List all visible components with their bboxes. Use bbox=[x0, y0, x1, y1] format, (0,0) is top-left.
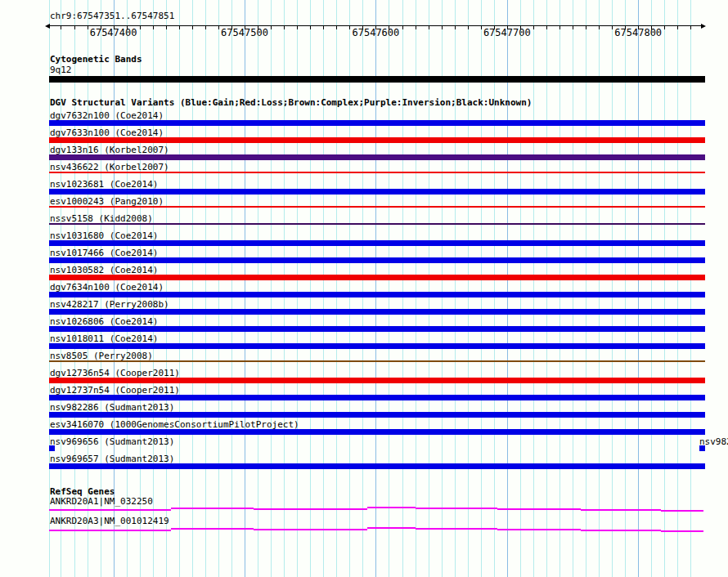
gene-line-segment[interactable] bbox=[171, 508, 254, 509]
ruler-tick bbox=[546, 25, 547, 29]
gridline-minor bbox=[625, 0, 626, 577]
ruler-tick bbox=[74, 25, 75, 29]
ruler-tick-label: 67547400 bbox=[90, 28, 137, 38]
gridline-major bbox=[638, 0, 639, 577]
gridline-minor bbox=[455, 0, 456, 577]
gene-line-segment[interactable] bbox=[49, 509, 171, 511]
gridline-minor bbox=[573, 0, 573, 577]
variant-feature-dgv12737n54[interactable] bbox=[49, 395, 705, 400]
variant-feature-esv3416070[interactable] bbox=[49, 429, 705, 435]
gene-line-segment[interactable] bbox=[367, 507, 416, 508]
gene-line-segment[interactable] bbox=[416, 528, 497, 530]
variant-feature-nsv8505[interactable] bbox=[49, 360, 705, 362]
track-label-nsv969656: nsv969656 (Sudmant2013) bbox=[50, 437, 174, 447]
variant-feature-dgv7633n100[interactable] bbox=[49, 137, 705, 143]
gene-line-segment[interactable] bbox=[661, 510, 703, 512]
gridline-minor bbox=[677, 0, 678, 577]
gridline-minor bbox=[231, 0, 232, 577]
ruler-tick bbox=[586, 25, 586, 29]
variant-feature-nsv982286[interactable] bbox=[49, 412, 705, 418]
ruler-tick-label: 67547500 bbox=[221, 28, 268, 38]
variant-feature-nsv436622[interactable] bbox=[49, 172, 705, 173]
gene-label: ANKRD20A1|NM_032250 bbox=[50, 497, 153, 507]
gridline-minor bbox=[468, 0, 469, 577]
ruler-tick-label: 67547700 bbox=[483, 28, 531, 38]
gridline-minor bbox=[192, 0, 193, 577]
gridline-minor bbox=[297, 0, 298, 577]
gridline-minor bbox=[520, 0, 521, 577]
ruler-arrow-right-icon bbox=[701, 24, 706, 29]
gridline-minor bbox=[284, 0, 285, 577]
dgv-header: DGV Structural Variants (Blue:Gain;Red:L… bbox=[50, 98, 532, 108]
gridline-major bbox=[507, 0, 508, 577]
ruler-tick bbox=[297, 25, 298, 29]
ruler-tick bbox=[612, 25, 613, 29]
ruler-tick bbox=[192, 25, 193, 29]
ruler-tick-label: 67547600 bbox=[352, 28, 399, 38]
gridline-major bbox=[245, 0, 245, 577]
ruler-tick bbox=[455, 25, 456, 29]
variant-feature-nsv1017466[interactable] bbox=[49, 257, 705, 263]
cytoband-bar[interactable] bbox=[49, 76, 705, 83]
ruler-tick bbox=[481, 25, 482, 29]
variant-feature-nsv1023681[interactable] bbox=[49, 189, 705, 195]
gridline-minor bbox=[349, 0, 350, 577]
variant-feature-esv1000243[interactable] bbox=[49, 206, 705, 208]
ruler-tick bbox=[416, 25, 416, 29]
gridline-minor bbox=[533, 0, 534, 577]
ruler-tick bbox=[205, 25, 206, 29]
variant-feature-nssv5158[interactable] bbox=[49, 223, 705, 225]
ruler-tick bbox=[179, 25, 180, 29]
ruler-tick bbox=[88, 25, 88, 29]
variant-feature-dgv7634n100[interactable] bbox=[49, 292, 705, 297]
variant-feature-dgv133n16[interactable] bbox=[49, 154, 705, 160]
gridline-minor bbox=[546, 0, 547, 577]
ruler-tick bbox=[284, 25, 285, 29]
variant-feature-nsv969656[interactable] bbox=[49, 445, 55, 451]
gridline-minor bbox=[442, 0, 443, 577]
gene-line-segment[interactable] bbox=[661, 530, 703, 532]
cytoband-label: 9q12 bbox=[50, 65, 72, 75]
gene-line-segment[interactable] bbox=[171, 528, 254, 530]
gene-line-segment[interactable] bbox=[49, 530, 171, 531]
gridline-minor bbox=[664, 0, 665, 577]
variant-feature-nsv1030582[interactable] bbox=[49, 275, 705, 280]
cytogenetic-header: Cytogenetic Bands bbox=[50, 55, 142, 65]
ruler-tick bbox=[599, 25, 600, 29]
variant-feature-nsv1018011[interactable] bbox=[49, 343, 705, 349]
ruler-tick bbox=[349, 25, 350, 29]
gene-line-segment[interactable] bbox=[416, 508, 497, 509]
ruler-tick bbox=[310, 25, 311, 29]
variant-feature-dgv12736n54[interactable] bbox=[49, 378, 705, 383]
gridline-minor bbox=[651, 0, 652, 577]
gene-line-segment[interactable] bbox=[581, 509, 661, 511]
gridline-minor bbox=[402, 0, 403, 577]
gene-line-segment[interactable] bbox=[497, 508, 581, 510]
gridline-minor bbox=[429, 0, 429, 577]
ruler-tick bbox=[573, 25, 573, 29]
gene-line-segment[interactable] bbox=[581, 530, 661, 531]
variant-feature-nsv1031680[interactable] bbox=[49, 240, 705, 246]
ruler-tick bbox=[690, 25, 691, 29]
variant-feature-nsv428217[interactable] bbox=[49, 309, 705, 315]
variant-feature-nsv1026806[interactable] bbox=[49, 326, 705, 332]
gridline-minor bbox=[323, 0, 324, 577]
gridline-minor bbox=[258, 0, 258, 577]
gridline-minor bbox=[586, 0, 586, 577]
ruler-tick bbox=[140, 25, 141, 29]
variant-feature-dgv7632n100[interactable] bbox=[49, 120, 705, 126]
ruler-tick bbox=[429, 25, 429, 29]
gene-line-segment[interactable] bbox=[497, 529, 581, 530]
variant-feature-nsv969657[interactable] bbox=[49, 463, 705, 469]
gene-line-segment[interactable] bbox=[367, 527, 416, 529]
ruler-tick bbox=[166, 25, 167, 29]
gridline-minor bbox=[166, 0, 167, 577]
gridline-minor bbox=[205, 0, 206, 577]
ruler-tick bbox=[664, 25, 665, 29]
ruler-tick bbox=[468, 25, 469, 29]
ruler: 6754740067547500675476006754770067547800 bbox=[0, 0, 728, 41]
gridline-minor bbox=[481, 0, 482, 577]
ruler-tick bbox=[402, 25, 403, 29]
gene-line-segment[interactable] bbox=[254, 529, 367, 530]
gene-line-segment[interactable] bbox=[254, 508, 367, 510]
